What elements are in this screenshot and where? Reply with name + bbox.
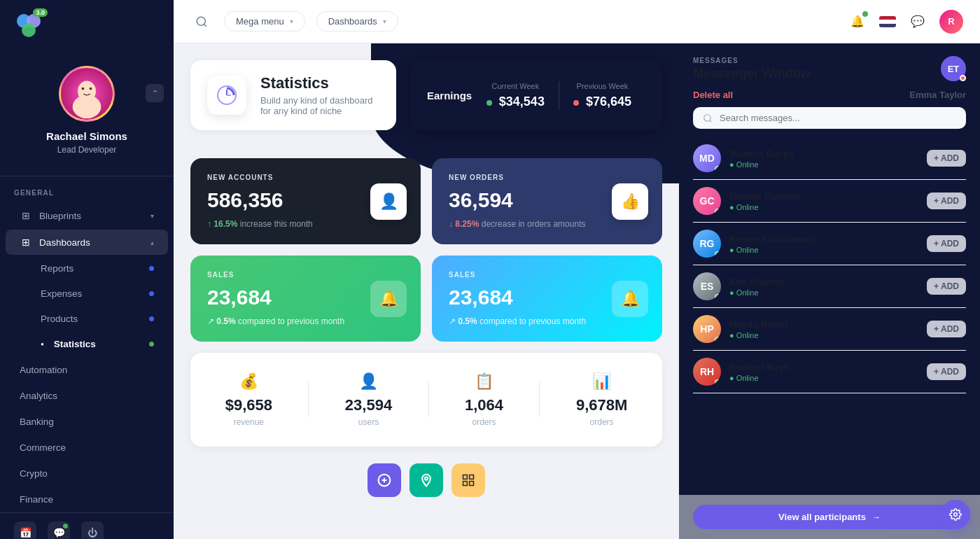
messenger-actions: Delete all Emma Taylor	[679, 90, 980, 107]
card-icon: 🔔	[612, 281, 648, 317]
view-all-participants-button[interactable]: View all participants →	[693, 505, 966, 529]
add-action-button[interactable]	[368, 463, 401, 497]
language-flag[interactable]	[879, 16, 896, 27]
chevron-down-icon: ▾	[290, 18, 293, 25]
blueprints-icon: ⊞	[20, 210, 32, 221]
card-change: ↗ 0.5% compared to previous month	[207, 316, 404, 326]
reports-dot	[149, 266, 154, 271]
mega-menu-button[interactable]: Mega menu ▾	[224, 11, 305, 31]
view-all-label: View all participants	[778, 512, 866, 522]
revenue-row: 💰 $9,658 revenue 👤 23,594 users 📋 1,064 …	[190, 353, 662, 447]
revenue-label: revenue	[225, 417, 272, 427]
sidebar: 3.0 ⌃ Rachael Simons Lead	[0, 0, 174, 539]
card-label: NEW ACCOUNTS	[207, 174, 404, 181]
user-avatar[interactable]: R	[939, 10, 963, 34]
sidebar-item-expenses[interactable]: Expenses	[27, 281, 168, 306]
contact-info: Munroe Dacks ● Online	[729, 148, 918, 169]
contact-name: Ede Stoving	[729, 276, 918, 287]
orders2-label: orders	[576, 417, 627, 427]
online-status-dot	[715, 209, 720, 214]
profile-role: Lead Developer	[57, 145, 117, 155]
message-search-input[interactable]	[720, 113, 956, 123]
current-week-value: $34,543	[486, 94, 545, 109]
sidebar-item-statistics[interactable]: ● Statistics	[27, 332, 168, 356]
revenue-value: $9,658	[225, 396, 272, 414]
revenue-icon: 💰	[225, 372, 272, 391]
svg-point-21	[954, 513, 958, 517]
contact-avatar: HP	[693, 315, 721, 343]
online-status-dot	[715, 251, 720, 257]
current-user-initials: ET	[948, 64, 960, 74]
chevron-down-icon: ▾	[150, 212, 154, 220]
revenue-stat-revenue: 💰 $9,658 revenue	[225, 372, 272, 427]
red-dot	[573, 100, 579, 106]
card-icon: 👤	[370, 183, 407, 220]
sidebar-item-automation[interactable]: Automation	[6, 358, 168, 382]
divider	[428, 382, 429, 417]
message-notif-dot	[63, 524, 68, 528]
green-dot	[486, 100, 492, 106]
svg-point-2	[22, 23, 36, 37]
location-action-button[interactable]	[410, 463, 443, 497]
contact-avatar: MD	[693, 144, 721, 172]
contact-item-munroe: MD Munroe Dacks ● Online + ADD	[693, 137, 966, 180]
orders2-value: 9,678M	[576, 396, 627, 414]
search-button[interactable]	[190, 10, 213, 33]
dashboards-label: Dashboards	[328, 16, 377, 27]
add-contact-button[interactable]: + ADD	[927, 150, 966, 167]
card-icon: 🔔	[370, 281, 407, 317]
add-contact-button[interactable]: + ADD	[927, 235, 966, 252]
add-contact-button[interactable]: + ADD	[927, 278, 966, 295]
profile-chevron-btn[interactable]: ⌃	[146, 84, 164, 102]
delete-all-button[interactable]: Delete all	[693, 90, 733, 100]
sidebar-item-dashboards[interactable]: ⊞ Dashboards ▴	[6, 230, 168, 255]
svg-rect-18	[463, 482, 468, 486]
current-user-avatar[interactable]: ET	[941, 56, 966, 81]
online-status-dot	[715, 294, 720, 300]
contact-info: Rueben Hays ● Online	[729, 362, 918, 382]
contact-name: Rueben Hays	[729, 362, 918, 372]
power-icon-btn[interactable]: ⏻	[81, 522, 104, 539]
sidebar-item-analytics[interactable]: Analytics	[6, 384, 168, 408]
contact-name: Munroe Dacks	[729, 148, 918, 159]
add-contact-button[interactable]: + ADD	[927, 321, 966, 337]
sidebar-item-label: Commerce	[20, 442, 154, 453]
new-orders-card: NEW ORDERS 36,594 ↓ 8.25% decrease in or…	[432, 158, 662, 244]
messenger-title: Messenger Window	[693, 66, 811, 81]
users-label: users	[345, 417, 392, 427]
contact-status: ● Online	[729, 203, 918, 211]
contact-avatar: RG	[693, 230, 721, 258]
card-change: ↗ 0.5% compared to previous month	[449, 316, 645, 326]
stats-header-card: Statistics Build any kind of dashboard f…	[190, 60, 396, 130]
orders-icon: 📋	[465, 372, 503, 391]
contact-avatar: GC	[693, 187, 721, 215]
sidebar-item-commerce[interactable]: Commerce	[6, 435, 168, 460]
card-label: SALES	[207, 271, 404, 279]
sidebar-item-products[interactable]: Products	[27, 307, 168, 331]
dashboards-button[interactable]: Dashboards ▾	[316, 11, 398, 31]
notifications-button[interactable]: 🔔	[846, 10, 869, 34]
sidebar-item-finance[interactable]: Finance	[6, 487, 168, 512]
online-status-dot	[715, 379, 720, 385]
contact-avatar: ES	[693, 272, 721, 300]
sidebar-item-banking[interactable]: Banking	[6, 410, 168, 434]
settings-fab-button[interactable]	[941, 500, 970, 529]
card-label: NEW ORDERS	[449, 174, 645, 181]
topbar: Mega menu ▾ Dashboards ▾ 🔔 💬 R	[174, 0, 980, 43]
sidebar-item-blueprints[interactable]: ⊞ Blueprints ▾	[6, 203, 168, 228]
message-icon-btn[interactable]: 💬	[48, 522, 70, 539]
chat-button[interactable]: 💬	[906, 10, 930, 34]
messenger-footer: View all participants →	[679, 495, 980, 539]
contact-info: Ede Stoving ● Online	[729, 276, 918, 297]
calendar-icon-btn[interactable]: 📅	[14, 522, 36, 539]
current-week-stat: Current Week $34,543	[472, 82, 559, 109]
card-change: ↓ 8.25% decrease in orders amounts	[449, 219, 645, 229]
add-contact-button[interactable]: + ADD	[927, 363, 966, 380]
contact-name: Gunilla Canario	[729, 191, 918, 202]
svg-point-6	[82, 88, 85, 90]
sidebar-item-reports[interactable]: Reports	[27, 256, 168, 281]
previous-week-stat: Previous Week $76,645	[559, 82, 645, 109]
grid-action-button[interactable]	[451, 463, 485, 497]
sidebar-item-crypto[interactable]: Crypto	[6, 461, 168, 486]
add-contact-button[interactable]: + ADD	[927, 192, 966, 209]
